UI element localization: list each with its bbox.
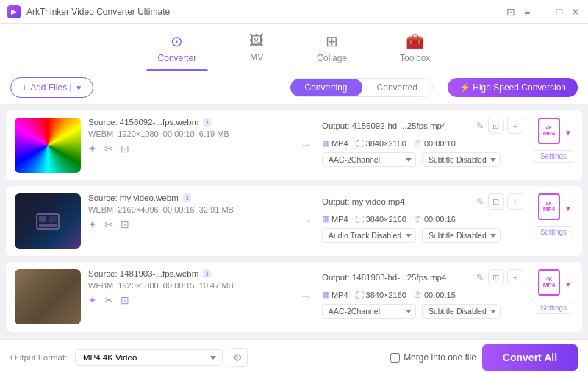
info-badge-1[interactable]: ℹ — [203, 118, 211, 127]
effects-icon-1[interactable]: ⊡ — [121, 143, 129, 154]
enhance-icon-2[interactable]: ✦ — [88, 219, 97, 230]
source-name-2: Source: my video.webm — [88, 193, 179, 202]
effects-icon-3[interactable]: ⊡ — [121, 294, 129, 306]
output-format-select[interactable]: MP4 4K Video — [75, 349, 223, 366]
enhance-icon-3[interactable]: ✦ — [88, 294, 97, 306]
convert-all-button[interactable]: Convert All — [482, 344, 578, 371]
format-icon-1: ▦ — [322, 138, 329, 148]
output-selects-1: AAC-2Channel Audio Track Disabled Subtit… — [322, 152, 523, 167]
converting-tab-group: Converting Converted — [290, 78, 433, 97]
app-icon: ▶ — [7, 5, 21, 18]
add-files-label: Add Files — [30, 82, 67, 93]
resolution-icon-1: ⛶ — [356, 139, 364, 148]
file-source-1: Source: 4156092-...fps.webm ℹ — [88, 118, 290, 127]
output-ctrl-add-1[interactable]: + — [507, 118, 523, 134]
settings-col-2: 4K MP4 ▼ Settings — [529, 193, 573, 249]
audio-select-1[interactable]: AAC-2Channel Audio Track Disabled — [322, 152, 416, 167]
resolution-icon-2: ⛶ — [356, 215, 364, 224]
tab-toolbox-label: Toolbox — [400, 53, 430, 63]
edit-output-icon-3[interactable]: ✎ — [476, 272, 484, 283]
file-item: Source: 4156092-...fps.webm ℹ WEBM 1920×… — [6, 110, 582, 180]
format-icon-box-2: 4K MP4 — [538, 193, 560, 220]
maximize-btn[interactable]: □ — [554, 7, 564, 17]
subtitle-select-2[interactable]: Subtitle Disabled — [422, 228, 501, 243]
settings-icon-wrapper-3: 4K MP4 ▼ — [538, 269, 569, 299]
menu-icon-btn[interactable]: ⊡ — [506, 7, 516, 17]
subtitle-select-1[interactable]: Subtitle Disabled — [422, 152, 501, 167]
svg-rect-1 — [39, 216, 46, 222]
bottom-bar: Output Format: MP4 4K Video ⚙ Merge into… — [0, 339, 588, 373]
info-badge-3[interactable]: ℹ — [203, 269, 211, 278]
hamburger-btn[interactable]: ≡ — [522, 7, 532, 17]
minimize-btn[interactable]: — — [538, 7, 548, 17]
output-header-1: Output: 4156092-hd-...25fps.mp4 ✎ ⊡ + — [322, 118, 523, 134]
output-name-2: Output: my video.mp4 — [322, 197, 472, 206]
tab-collage[interactable]: ⊞ Collage — [305, 29, 359, 71]
cut-icon-1[interactable]: ✂ — [104, 143, 113, 154]
file-info-2: Source: my video.webm ℹ WEBM 2160×4096 0… — [88, 193, 290, 249]
file-source-3: Source: 1481903-...fps.webm ℹ — [88, 269, 290, 278]
settings-button-2[interactable]: Settings — [534, 226, 573, 238]
dropdown-arrow-icon[interactable]: ▼ — [70, 84, 82, 92]
plus-icon: + — [21, 82, 27, 93]
merge-checkbox[interactable] — [390, 353, 400, 363]
output-ctrl-copy-2[interactable]: ⊡ — [488, 193, 504, 210]
clock-icon-2: ⏱ — [414, 215, 422, 224]
subtitle-select-3[interactable]: Subtitle Disabled — [422, 304, 501, 319]
output-specs-3: ▦ MP4 ⛶ 3840×2160 ⏱ 00:00:15 — [322, 290, 523, 299]
format-icon-ext-1: MP4 — [543, 130, 555, 137]
output-format-label: Output Format: — [10, 353, 69, 362]
edit-output-icon-1[interactable]: ✎ — [476, 121, 484, 131]
duration-spec-3: ⏱ 00:00:15 — [414, 291, 456, 299]
high-speed-button[interactable]: ⚡ High Speed Conversion — [448, 78, 578, 97]
tab-converter[interactable]: ⊙ Converter — [146, 29, 209, 71]
format-dropdown-icon-2[interactable]: ▼ — [564, 205, 572, 213]
output-name-1: Output: 4156092-hd-...25fps.mp4 — [322, 121, 472, 130]
edit-output-icon-2[interactable]: ✎ — [476, 196, 484, 207]
out-duration-label-2: 00:00:16 — [424, 215, 456, 224]
out-resolution-label-2: 3840×2160 — [366, 215, 406, 224]
format-dropdown-icon-1[interactable]: ▼ — [564, 129, 572, 137]
converter-icon: ⊙ — [171, 32, 183, 50]
output-controls-2: ⊡ + — [488, 193, 523, 210]
close-btn[interactable]: ✕ — [570, 7, 581, 17]
output-ctrl-add-3[interactable]: + — [507, 269, 523, 285]
format-icon-ext-2: MP4 — [543, 206, 555, 213]
info-badge-2[interactable]: ℹ — [183, 193, 191, 202]
output-ctrl-add-2[interactable]: + — [507, 193, 523, 210]
settings-col-3: 4K MP4 ▼ Settings — [529, 269, 573, 324]
tab-mv-label: MV — [250, 52, 263, 63]
mv-icon: 🖼 — [249, 32, 264, 49]
output-ctrl-copy-3[interactable]: ⊡ — [488, 269, 504, 285]
cut-icon-3[interactable]: ✂ — [104, 294, 113, 306]
merge-label[interactable]: Merge into one file — [404, 352, 476, 363]
output-controls-3: ⊡ + — [488, 269, 523, 285]
format-dropdown-icon-3[interactable]: ▼ — [564, 280, 572, 288]
collage-icon: ⊞ — [326, 32, 338, 50]
tab-toolbox[interactable]: 🧰 Toolbox — [388, 29, 442, 71]
audio-select-3[interactable]: AAC-2Channel Audio Track Disabled — [322, 304, 416, 319]
converted-tab[interactable]: Converted — [362, 79, 432, 96]
audio-select-2[interactable]: Audio Track Disabled AAC-2Channel — [322, 228, 416, 243]
out-resolution-label-3: 3840×2160 — [366, 291, 406, 299]
file-info-1: Source: 4156092-...fps.webm ℹ WEBM 1920×… — [88, 118, 290, 173]
output-ctrl-copy-1[interactable]: ⊡ — [488, 118, 504, 134]
tab-mv[interactable]: 🖼 MV — [237, 29, 276, 71]
format-icon-top-2: 4K — [545, 201, 552, 206]
file-output-2: Output: my video.mp4 ✎ ⊡ + ▦ MP4 ⛶ 3840×… — [322, 193, 523, 249]
file-output-1: Output: 4156092-hd-...25fps.mp4 ✎ ⊡ + ▦ … — [322, 118, 523, 173]
clock-icon-1: ⏱ — [414, 139, 422, 148]
enhance-icon-1[interactable]: ✦ — [88, 143, 97, 154]
cut-icon-2[interactable]: ✂ — [104, 219, 113, 230]
settings-col-1: 4K MP4 ▼ Settings — [529, 118, 573, 173]
output-name-3: Output: 1481903-hd-...25fps.mp4 — [322, 273, 472, 282]
format-spec-3: ▦ MP4 — [322, 290, 348, 299]
output-format-settings-icon[interactable]: ⚙ — [229, 348, 248, 367]
settings-button-3[interactable]: Settings — [534, 302, 573, 314]
effects-icon-2[interactable]: ⊡ — [121, 219, 129, 230]
add-files-button[interactable]: + Add Files ▼ — [10, 77, 93, 98]
file-output-3: Output: 1481903-hd-...25fps.mp4 ✎ ⊡ + ▦ … — [322, 269, 523, 324]
file-meta-1: WEBM 1920×1080 00:00:10 6.19 MB — [88, 129, 290, 138]
converting-tab[interactable]: Converting — [290, 79, 362, 96]
settings-button-1[interactable]: Settings — [534, 150, 573, 163]
